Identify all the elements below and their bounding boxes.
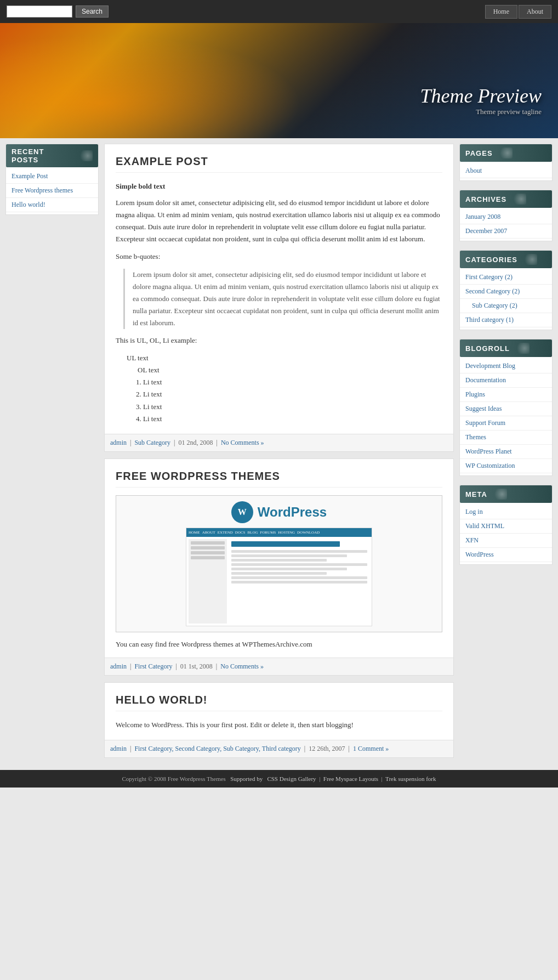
blogroll-link[interactable]: Themes bbox=[460, 430, 552, 444]
list-item: Example Post bbox=[6, 169, 98, 184]
left-sidebar: RECENT POSTS Example Post Free Wordpress… bbox=[5, 144, 99, 764]
archive-link[interactable]: December 2007 bbox=[460, 224, 552, 238]
right-sidebar: PAGES About ARCHIVES January 2008 Decemb… bbox=[459, 144, 553, 764]
list-item: Hello world! bbox=[6, 198, 98, 212]
list-item: December 2007 bbox=[460, 224, 552, 239]
comments-link[interactable]: 1 Comment » bbox=[353, 745, 389, 752]
ul-list: UL text OL text Li text Li text Li text … bbox=[127, 352, 442, 425]
blogroll-label: BLOGROLL bbox=[465, 344, 510, 353]
search-input[interactable] bbox=[7, 5, 72, 18]
comments-link[interactable]: No Comments » bbox=[220, 662, 264, 670]
blogroll-link[interactable]: WordPress Planet bbox=[460, 445, 552, 458]
spiral-icon bbox=[491, 489, 507, 500]
archive-link[interactable]: January 2008 bbox=[460, 210, 552, 224]
list-item: First Category (2) bbox=[460, 270, 552, 285]
pages-section: PAGES About bbox=[459, 144, 553, 181]
meta-section: META Log in Valid XHTML XFN WordPress bbox=[459, 485, 553, 565]
footer: Copyright © 2008 Free Wordpress Themes S… bbox=[0, 770, 558, 788]
post-paragraph: Welcome to WordPress. This is your first… bbox=[116, 719, 442, 731]
footer-link[interactable]: Trek suspension fork bbox=[385, 775, 436, 782]
list-item: January 2008 bbox=[460, 210, 552, 224]
blogroll-link[interactable]: Development Blog bbox=[460, 359, 552, 373]
wp-logo-text: WordPress bbox=[258, 505, 327, 520]
post-example: EXAMPLE POST Simple bold text Lorem ipsu… bbox=[104, 144, 454, 452]
spiral-icon bbox=[521, 254, 537, 265]
footer-link[interactable]: Supported by bbox=[230, 775, 263, 782]
ol-text-label: OL text bbox=[138, 364, 442, 376]
wp-mock-content bbox=[186, 537, 372, 626]
recent-posts-label: RECENT POSTS bbox=[12, 148, 73, 164]
blogroll-link[interactable]: Plugins bbox=[460, 388, 552, 401]
author-link[interactable]: admin bbox=[110, 439, 127, 446]
archives-section: ARCHIVES January 2008 December 2007 bbox=[459, 190, 553, 241]
category-link[interactable]: Third category (1) bbox=[460, 313, 552, 327]
list-item: UL text OL text Li text Li text Li text … bbox=[127, 352, 442, 425]
category-link[interactable]: Sub Category (2) bbox=[466, 299, 552, 313]
footer-link[interactable]: CSS Design Gallery bbox=[267, 775, 316, 782]
home-link[interactable]: Home bbox=[485, 5, 517, 19]
post-title: FREE WORDPRESS THEMES bbox=[116, 470, 442, 488]
archives-label: ARCHIVES bbox=[465, 195, 506, 203]
list-item: Li text bbox=[143, 388, 442, 400]
list-item: WordPress bbox=[460, 548, 552, 562]
wp-logo-area: W WordPress bbox=[122, 501, 436, 523]
recent-post-link[interactable]: Hello world! bbox=[6, 198, 98, 212]
post-meta: admin | First Category, Second Category,… bbox=[105, 740, 453, 757]
search-button[interactable]: Search bbox=[76, 5, 109, 18]
wp-mock-nav: HOME ABOUT EXTEND DOCS BLOG FORUMS HOSTI… bbox=[186, 528, 372, 537]
list-item: Documentation bbox=[460, 373, 552, 388]
archives-title: ARCHIVES bbox=[460, 190, 552, 208]
page-link[interactable]: About bbox=[460, 164, 552, 178]
wp-mock-main bbox=[229, 539, 369, 624]
categories-label: CATEGORIES bbox=[465, 256, 517, 264]
meta-list: Log in Valid XHTML XFN WordPress bbox=[460, 503, 552, 564]
bold-text: Simple bold text bbox=[116, 180, 442, 192]
post-paragraph: Lorem ipsum dolor sit amet, consectetur … bbox=[116, 197, 442, 245]
category-link[interactable]: First Category bbox=[134, 662, 172, 670]
blogroll-link[interactable]: Suggest Ideas bbox=[460, 402, 552, 416]
pages-title: PAGES bbox=[460, 144, 552, 162]
blogroll-link[interactable]: WP Customization bbox=[460, 459, 552, 473]
ol-text: OL text bbox=[138, 366, 160, 374]
post-meta: admin | First Category | 01 1st, 2008 | … bbox=[105, 658, 453, 675]
author-link[interactable]: admin bbox=[110, 662, 127, 670]
recent-post-link[interactable]: Free Wordpress themes bbox=[6, 184, 98, 197]
meta-label: META bbox=[465, 490, 487, 499]
spiral-icon bbox=[510, 194, 526, 205]
footer-link[interactable]: Free Myspace Layouts bbox=[323, 775, 378, 782]
list-example: UL text OL text Li text Li text Li text … bbox=[127, 352, 442, 425]
recent-posts-list: Example Post Free Wordpress themes Hello… bbox=[6, 167, 98, 214]
meta-link[interactable]: XFN bbox=[460, 534, 552, 547]
blogroll-link[interactable]: Documentation bbox=[460, 373, 552, 387]
blockquote: Lorem ipsum dolor sit amet, consectetur … bbox=[123, 269, 442, 329]
categories-link[interactable]: First Category, Second Category, Sub Cat… bbox=[134, 745, 300, 752]
ol-list: Li text Li text Li text Li text bbox=[143, 376, 442, 424]
category-link[interactable]: Sub Category bbox=[134, 439, 170, 446]
meta-link[interactable]: Valid XHTML bbox=[460, 519, 552, 533]
category-link[interactable]: First Category (2) bbox=[460, 270, 552, 284]
post-wp-themes: FREE WORDPRESS THEMES W WordPress HOME A… bbox=[104, 458, 454, 676]
pages-list: About bbox=[460, 162, 552, 180]
list-label: This is UL, OL, Li example: bbox=[116, 335, 442, 347]
meta-title: META bbox=[460, 485, 552, 503]
spiral-icon bbox=[76, 150, 93, 161]
banner-overlay bbox=[0, 23, 335, 138]
wp-screenshot: W WordPress HOME ABOUT EXTEND DOCS BLOG … bbox=[116, 495, 442, 632]
topbar: Search Home About bbox=[0, 0, 558, 23]
comments-link[interactable]: No Comments » bbox=[221, 439, 264, 446]
about-link[interactable]: About bbox=[519, 5, 551, 19]
author-link[interactable]: admin bbox=[110, 745, 127, 752]
list-item: Plugins bbox=[460, 388, 552, 402]
recent-post-link[interactable]: Example Post bbox=[6, 169, 98, 183]
meta-link[interactable]: WordPress bbox=[460, 548, 552, 562]
list-item: WP Customization bbox=[460, 459, 552, 473]
meta-link[interactable]: Log in bbox=[460, 505, 552, 519]
spiral-icon bbox=[513, 343, 529, 354]
list-item: Li text bbox=[143, 401, 442, 413]
blogroll-link[interactable]: Support Forum bbox=[460, 416, 552, 430]
main-content: EXAMPLE POST Simple bold text Lorem ipsu… bbox=[104, 144, 454, 764]
top-nav: Home About bbox=[485, 5, 551, 19]
category-link[interactable]: Second Category (2) bbox=[460, 285, 552, 298]
post-title: EXAMPLE POST bbox=[116, 155, 442, 173]
blogroll-title: BLOGROLL bbox=[460, 339, 552, 357]
